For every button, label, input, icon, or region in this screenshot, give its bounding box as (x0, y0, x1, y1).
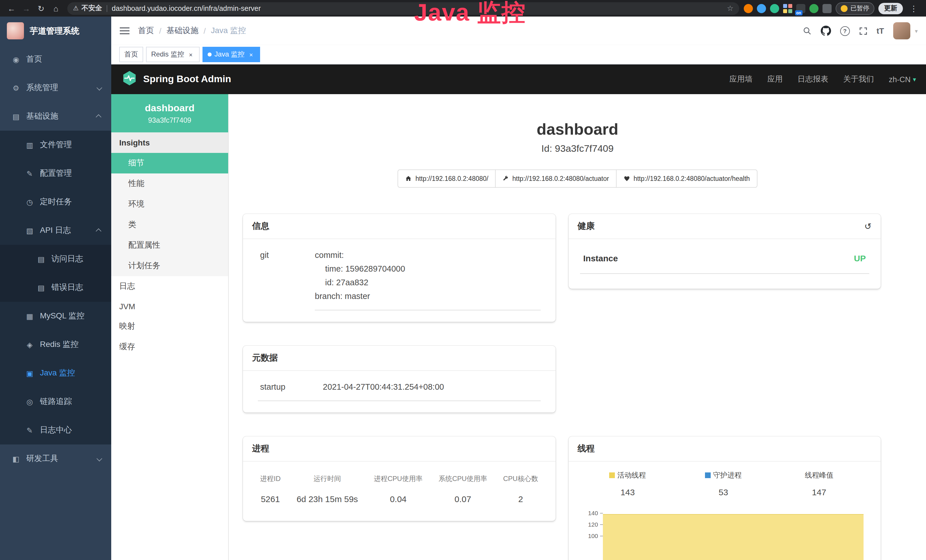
api-logs-submenu: ▤ 访问日志 ▤ 错误日志 (0, 245, 111, 302)
sidebar-item-infrastructure[interactable]: ▤ 基础设施 (0, 102, 111, 131)
address-bar[interactable]: ⚠ 不安全 dashboard.yudao.iocoder.cn/infra/a… (67, 2, 739, 15)
bookmark-star-icon[interactable]: ☆ (727, 4, 734, 12)
back-icon[interactable]: ← (5, 2, 18, 15)
sba-nav-wallboard[interactable]: 应用墙 (729, 74, 752, 85)
font-size-icon[interactable]: tT (877, 26, 884, 35)
search-icon[interactable] (802, 26, 812, 35)
caret-down-icon: ▾ (915, 28, 918, 34)
user-avatar[interactable] (893, 22, 910, 39)
sba-menu-group-insights[interactable]: Insights (111, 132, 228, 153)
monitor-icon: ▣ (25, 369, 34, 377)
sidebar-item-label: 访问日志 (51, 254, 83, 264)
sba-menu-mappings[interactable]: 映射 (111, 316, 228, 337)
browser-home-icon[interactable]: ⌂ (49, 2, 63, 15)
sidebar-item-mysql-monitor[interactable]: ▦ MySQL 监控 (0, 302, 111, 330)
sba-nav-journal[interactable]: 日志报表 (797, 74, 828, 85)
paused-badge[interactable]: 已暂停 (835, 2, 875, 15)
sba-menu-jvm[interactable]: JVM (111, 297, 228, 316)
insights-group: 细节 性能 环境 类 配置属性 计划任务 (111, 153, 228, 276)
sba-menu-loggers[interactable]: 日志 (111, 276, 228, 297)
file-icon: ▥ (25, 141, 34, 149)
threads-card: 线程 活动线程 143 (568, 436, 881, 560)
logo-avatar (7, 22, 24, 39)
health-url-link[interactable]: http://192.168.0.2:48080/actuator/health (616, 170, 757, 188)
update-button[interactable]: 更新 (878, 3, 903, 14)
metadata-value: 2021-04-27T00:44:31.254+08:00 (323, 380, 444, 394)
sidebar-item-config-management[interactable]: ✎ 配置管理 (0, 159, 111, 188)
reload-icon[interactable]: ↻ (34, 2, 48, 15)
locale-label: zh-CN (889, 75, 911, 83)
edit-icon: ✎ (25, 426, 34, 434)
heart-icon (623, 175, 630, 182)
close-icon[interactable]: × (247, 51, 255, 58)
sba-header: Spring Boot Admin 应用墙 应用 日志报表 关于我们 zh-CN… (111, 65, 926, 94)
breadcrumb-infrastructure[interactable]: 基础设施 (166, 26, 198, 36)
sidebar-item-error-logs[interactable]: ▤ 错误日志 (0, 273, 111, 302)
metadata-card: 元数据 startup 2021-04-27T00:44:31.254+08:0… (243, 346, 555, 413)
threads-chart: 140 120 100 (578, 507, 869, 560)
extension-icon[interactable] (809, 4, 819, 13)
tabs-bar: 首页 Redis 监控 × Java 监控 × (111, 45, 926, 65)
menu-fold-icon[interactable] (120, 27, 130, 35)
process-stat: 进程CPU使用率 0.04 (374, 472, 423, 506)
sidebar-item-api-logs[interactable]: ▧ API 日志 (0, 216, 111, 245)
sidebar-item-file-management[interactable]: ▥ 文件管理 (0, 131, 111, 159)
sidebar-item-redis-monitor[interactable]: ◈ Redis 监控 (0, 330, 111, 359)
sba-menu-beans[interactable]: 类 (111, 215, 228, 235)
browser-menu-icon[interactable]: ⋮ (907, 2, 921, 15)
github-icon[interactable] (821, 26, 831, 36)
sidebar-item-label: 系统管理 (26, 83, 58, 93)
y-tick: 140 (588, 510, 598, 516)
instance-header[interactable]: dashboard 93a3fc7f7409 (111, 94, 228, 132)
sidebar-item-home[interactable]: ◉ 首页 (0, 45, 111, 74)
sba-menu-details[interactable]: 细节 (111, 153, 228, 173)
extension-icon[interactable] (757, 4, 766, 13)
sidebar-item-log-center[interactable]: ✎ 日志中心 (0, 416, 111, 445)
tab-redis-monitor[interactable]: Redis 监控 × (146, 47, 200, 62)
instance-links: http://192.168.0.2:48080/ http://192.168… (229, 170, 926, 188)
extension-icon[interactable] (783, 4, 792, 13)
tab-home[interactable]: 首页 (119, 47, 143, 62)
sba-menu-caches[interactable]: 缓存 (111, 337, 228, 357)
fullscreen-icon[interactable] (859, 27, 867, 35)
sidebar-item-link-tracing[interactable]: ◎ 链路追踪 (0, 387, 111, 416)
tab-java-monitor[interactable]: Java 监控 × (203, 47, 260, 62)
sidebar-item-label: 日志中心 (40, 425, 72, 435)
extension-icon[interactable] (770, 4, 779, 13)
extension-icon[interactable]: on (796, 4, 805, 13)
sidebar-item-dev-tools[interactable]: ◧ 研发工具 (0, 445, 111, 473)
puzzle-extension-icon[interactable] (823, 4, 832, 13)
legend-active-threads: 活动线程 143 (580, 471, 676, 497)
y-tick: 100 (588, 532, 598, 539)
sba-menu-scheduled-tasks[interactable]: 计划任务 (111, 256, 228, 276)
breadcrumb-home[interactable]: 首页 (138, 26, 154, 36)
sidebar-item-java-monitor[interactable]: ▣ Java 监控 (0, 359, 111, 387)
legend-label: 守护进程 (713, 471, 741, 479)
history-icon[interactable]: ↺ (864, 221, 872, 232)
active-tab-dot (207, 53, 212, 56)
help-icon[interactable]: ? (840, 26, 850, 36)
app-logo[interactable]: 芋道管理系统 (0, 17, 111, 45)
info-line: id: 27aa832 (315, 275, 540, 289)
health-status-badge: UP (854, 251, 866, 265)
extension-icon[interactable] (744, 4, 753, 13)
sba-menu-configprops[interactable]: 配置属性 (111, 235, 228, 256)
sidebar-item-access-logs[interactable]: ▤ 访问日志 (0, 245, 111, 273)
process-card: 进程 进程ID 5261 (243, 436, 555, 521)
base-url-link[interactable]: http://192.168.0.2:48080/ (398, 170, 496, 188)
sidebar-item-system-management[interactable]: ⚙ 系统管理 (0, 74, 111, 102)
sba-locale-select[interactable]: zh-CN ▾ (889, 75, 916, 83)
actuator-url-link[interactable]: http://192.168.0.2:48080/actuator (495, 170, 616, 188)
sba-nav-about[interactable]: 关于我们 (843, 74, 874, 85)
chevron-down-icon (97, 456, 102, 461)
forward-icon[interactable]: → (20, 2, 33, 15)
security-label[interactable]: 不安全 (82, 3, 102, 13)
info-line: branch: master (315, 289, 540, 303)
close-icon[interactable]: × (187, 51, 195, 58)
sba-nav-applications[interactable]: 应用 (767, 74, 782, 85)
sba-menu-metrics[interactable]: 性能 (111, 173, 228, 194)
sba-menu-environment[interactable]: 环境 (111, 194, 228, 215)
sidebar-item-scheduled-jobs[interactable]: ◷ 定时任务 (0, 188, 111, 216)
annotation-overlay: Java 监控 (414, 0, 526, 29)
smiley-profile-icon (841, 5, 847, 12)
